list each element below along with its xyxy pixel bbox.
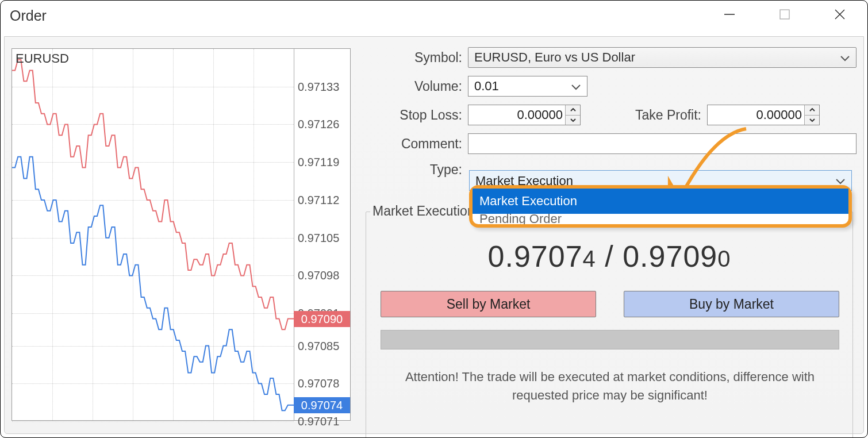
chart-price-scale: 0.970710.970780.970850.970910.970980.971… xyxy=(294,49,350,420)
client-area: EURUSD 0.970710.970780.970850.970910.970… xyxy=(4,36,864,434)
type-option-pending-order[interactable]: Pending Order xyxy=(473,214,848,224)
chart-symbol-label: EURUSD xyxy=(16,51,69,66)
type-label: Type: xyxy=(366,162,468,178)
takeprofit-spinner[interactable] xyxy=(804,105,819,125)
stoploss-input[interactable]: 0.00000 xyxy=(468,105,581,125)
spinner-up-icon[interactable] xyxy=(566,105,580,116)
price-tick: 0.97126 xyxy=(298,118,339,131)
volume-combo[interactable]: 0.01 xyxy=(468,76,587,97)
window-title: Order xyxy=(10,7,47,24)
spinner-up-icon[interactable] xyxy=(805,105,819,116)
sell-by-market-button[interactable]: Sell by Market xyxy=(381,291,596,317)
chevron-down-icon xyxy=(840,50,850,65)
status-bar xyxy=(381,330,839,349)
takeprofit-input[interactable]: 0.00000 xyxy=(707,105,820,125)
bid-big: 0.9707 xyxy=(488,240,583,273)
symbol-label: Symbol: xyxy=(366,50,468,66)
price-tick: 0.97085 xyxy=(298,339,339,352)
price-quote: 0.97074 / 0.97090 xyxy=(366,239,853,274)
quote-separator: / xyxy=(596,240,623,273)
stoploss-value: 0.00000 xyxy=(468,107,580,122)
takeprofit-label: Take Profit: xyxy=(627,107,707,123)
bid-price-badge: 0.97074 xyxy=(294,397,350,413)
price-tick: 0.97133 xyxy=(298,80,339,93)
close-button[interactable] xyxy=(812,1,867,28)
symbol-select[interactable]: EURUSD, Euro vs US Dollar xyxy=(468,47,857,68)
order-window: Order EURUSD 0.970710.970780.970850.9709… xyxy=(0,0,868,438)
takeprofit-value: 0.00000 xyxy=(708,107,819,122)
ask-big: 0.9709 xyxy=(623,240,717,273)
titlebar: Order xyxy=(1,1,867,36)
trade-buttons: Sell by Market Buy by Market xyxy=(381,291,839,317)
price-tick: 0.97098 xyxy=(298,269,339,282)
bid-small: 4 xyxy=(583,246,596,271)
price-tick: 0.97119 xyxy=(298,156,339,169)
comment-label: Comment: xyxy=(366,136,468,152)
spinner-down-icon[interactable] xyxy=(566,116,580,125)
stoploss-spinner[interactable] xyxy=(565,105,580,125)
chart-panel: EURUSD 0.970710.970780.970850.970910.970… xyxy=(11,48,351,421)
window-controls xyxy=(702,1,867,28)
price-tick: 0.97112 xyxy=(298,193,339,206)
price-tick: 0.97071 xyxy=(298,415,339,428)
price-tick: 0.97078 xyxy=(298,377,339,390)
price-tick: 0.97105 xyxy=(298,231,339,244)
buy-by-market-button[interactable]: Buy by Market xyxy=(624,291,839,317)
svg-rect-0 xyxy=(780,10,789,19)
spinner-down-icon[interactable] xyxy=(805,116,819,125)
maximize-button[interactable] xyxy=(757,1,812,28)
ask-small: 0 xyxy=(717,246,731,271)
attention-text: Attention! The trade will be executed at… xyxy=(381,368,839,405)
minimize-button[interactable] xyxy=(702,1,757,28)
comment-input[interactable] xyxy=(468,133,857,154)
ask-price-badge: 0.97090 xyxy=(294,311,350,327)
type-option-market-execution[interactable]: Market Execution xyxy=(473,189,848,214)
symbol-select-value: EURUSD, Euro vs US Dollar xyxy=(474,50,635,65)
stoploss-label: Stop Loss: xyxy=(366,107,468,123)
volume-label: Volume: xyxy=(366,79,468,94)
chevron-down-icon xyxy=(571,79,581,94)
type-dropdown: Market Execution Pending Order xyxy=(469,185,852,228)
volume-value: 0.01 xyxy=(474,79,499,94)
chart-plot xyxy=(12,49,294,420)
execution-group-label: Market Execution xyxy=(370,203,477,219)
